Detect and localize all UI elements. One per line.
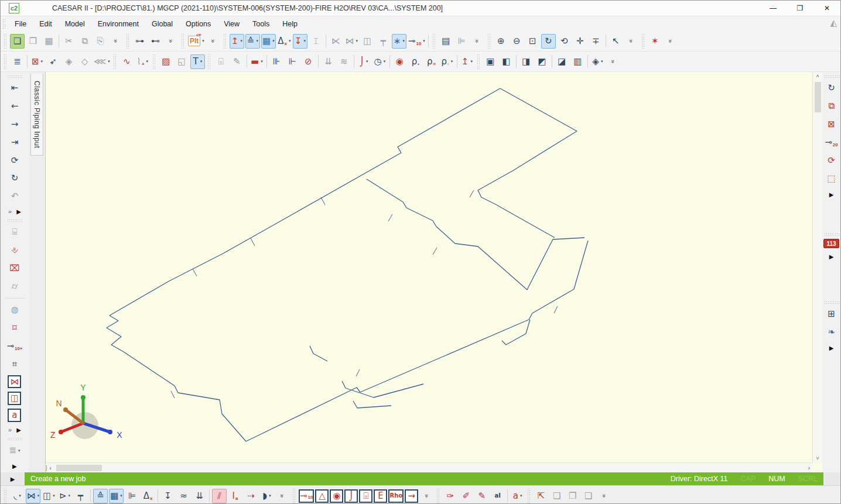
block-delete-button[interactable]: ⊠ xyxy=(824,117,839,132)
node-increment-button[interactable]: ⊸10▾ xyxy=(408,34,426,49)
insert-tee-dropdown-icon[interactable]: ▾ xyxy=(200,59,203,64)
tee-button[interactable]: ┯ xyxy=(376,34,391,49)
render-mode-button[interactable]: ❧ xyxy=(824,325,839,340)
last-element-button[interactable]: ⇥ xyxy=(7,135,22,150)
restore-element-button[interactable]: ⊷ xyxy=(148,34,163,49)
toolbar-drag-handle[interactable] xyxy=(113,54,117,69)
toolbar-drag-handle[interactable] xyxy=(824,75,839,78)
toolbar-drag-handle[interactable] xyxy=(527,488,531,503)
uniform-load-insert-button[interactable]: ⇊ xyxy=(192,489,207,503)
view-iso-button[interactable]: ◈▾ xyxy=(590,54,605,69)
view-overflow-chevron[interactable]: » xyxy=(624,34,639,49)
nozzle-button[interactable]: ≈ xyxy=(176,489,191,503)
previous-element-button[interactable]: ← xyxy=(7,99,22,114)
toolbar-drag-handle[interactable] xyxy=(4,54,8,69)
block-operations-button[interactable]: ⧉ xyxy=(824,99,839,114)
node-increment-dropdown-icon[interactable]: ▾ xyxy=(423,39,425,43)
hotspot-button[interactable]: ✶ xyxy=(648,34,662,49)
structural-steel-button[interactable]: ▨ xyxy=(159,54,173,69)
blocks-expand-button[interactable]: ▶ xyxy=(826,190,837,199)
view-hidden-button[interactable]: ◨ xyxy=(519,54,534,69)
find-node-button[interactable]: ⊸10 xyxy=(299,489,314,503)
node-lengths-button[interactable]: ⊩ xyxy=(285,54,300,69)
displacement-insert-button[interactable]: ▦▾ xyxy=(109,489,124,503)
toolbar-drag-handle[interactable] xyxy=(4,488,8,503)
dynamic-input-button[interactable]: ∿ xyxy=(119,54,134,69)
toolbar-drag-handle[interactable] xyxy=(292,488,296,503)
find-restraint-button[interactable]: ◉ xyxy=(330,489,343,503)
file-overflow-chevron[interactable]: » xyxy=(109,34,124,49)
flange-check-button[interactable]: ⊫ xyxy=(454,34,469,49)
spring-hanger-button[interactable]: ⌇+▾ xyxy=(135,54,150,69)
minimize-button[interactable]: — xyxy=(760,1,787,16)
toolbar-drag-handle[interactable] xyxy=(477,54,481,69)
menu-model[interactable]: Model xyxy=(59,18,91,30)
report-dropdown-icon[interactable]: ▾ xyxy=(18,448,20,453)
anchor-dropdown-icon[interactable]: ▾ xyxy=(240,39,242,43)
hanger-dropdown-icon[interactable]: ▾ xyxy=(303,39,306,43)
valve-fan-dropdown-icon[interactable]: ▾ xyxy=(108,59,110,64)
rotate-view-button[interactable]: ↻ xyxy=(541,34,556,49)
menu-global[interactable]: Global xyxy=(145,18,179,30)
weight-check-button[interactable]: ◈ xyxy=(61,54,76,69)
batch-run-button[interactable]: ➶ xyxy=(46,54,60,69)
error-check-button[interactable]: ⊠▾ xyxy=(30,54,45,69)
valve-assembly-button[interactable]: ⋈▾ xyxy=(344,34,359,49)
insulation-dropdown-icon[interactable]: ▾ xyxy=(261,59,263,64)
wind-wave-button[interactable]: ≋ xyxy=(337,54,351,69)
cut-button[interactable]: ✂ xyxy=(61,34,76,49)
view-solid-button[interactable]: ▣ xyxy=(483,54,498,69)
window-layout-button[interactable]: ⊞ xyxy=(824,307,839,321)
elbow-toggle-button[interactable]: ⇢ xyxy=(244,489,258,503)
annotate-circle-button[interactable]: ✎ xyxy=(474,489,489,503)
menu-view[interactable]: View xyxy=(217,18,246,30)
aux-overflow-chevron[interactable]: » xyxy=(470,34,485,49)
save-button[interactable]: ▦ xyxy=(42,34,56,49)
valve-button[interactable]: ⋉ xyxy=(329,34,343,49)
duplicate-rotate-button[interactable]: ↻ xyxy=(7,172,22,186)
displacement-dropdown-icon[interactable]: ▾ xyxy=(272,39,275,43)
scroll-up-icon[interactable]: ˄ xyxy=(816,72,819,80)
valve-insert-button[interactable]: ⋈▾ xyxy=(26,489,40,503)
find-delta-button[interactable]: △ xyxy=(315,489,329,503)
bend-dropdown-icon[interactable]: ▾ xyxy=(19,493,21,498)
menu-environment[interactable]: Environment xyxy=(91,18,145,30)
restore-button[interactable]: ❐ xyxy=(787,1,813,16)
valve-fan-button[interactable]: ⋘▾ xyxy=(93,54,111,69)
plot-dropdown-icon[interactable]: ▾ xyxy=(202,39,204,43)
select-button[interactable]: ↖ xyxy=(608,34,623,49)
model-canvas[interactable]: YXZN ˄ ˅ | ‹ › xyxy=(45,72,822,472)
toolbar-drag-handle[interactable] xyxy=(824,233,839,236)
find-material-button[interactable]: ⌻ xyxy=(359,489,372,503)
valve-db-button[interactable]: ⋈ xyxy=(8,375,21,389)
history-expand-button[interactable]: ▶ xyxy=(826,252,837,261)
toolbar-drag-handle[interactable] xyxy=(181,33,185,49)
first-element-button[interactable]: ⇤ xyxy=(7,81,22,95)
uniform-load-button[interactable]: ⇊ xyxy=(321,54,336,69)
align-side-button[interactable]: ❐ xyxy=(565,489,580,503)
menu-tools[interactable]: Tools xyxy=(246,18,276,30)
node-sizes-button[interactable]: ⊪ xyxy=(269,54,284,69)
annotate-box-button[interactable]: ✐ xyxy=(459,489,473,503)
node-label-button[interactable]: a▾ xyxy=(510,489,525,503)
error-check-dropdown-icon[interactable]: ▾ xyxy=(41,59,43,64)
toolbar-drag-handle[interactable] xyxy=(223,33,227,49)
restraint-button[interactable]: ≙▾ xyxy=(245,34,260,49)
bend-button[interactable]: ◟▾ xyxy=(10,489,25,503)
expansion-joint-insert-button[interactable]: ◫▾ xyxy=(42,489,56,503)
refractory-density-dropdown-icon[interactable]: ▾ xyxy=(451,59,453,64)
report-expand-button[interactable]: ▶ xyxy=(9,461,20,471)
vertical-scrollbar[interactable]: ˄ ˅ xyxy=(812,72,822,462)
temperature-button[interactable]: ⌡▾ xyxy=(357,54,371,69)
block-copy-button[interactable]: ⬚ xyxy=(824,172,839,186)
toolbar-drag-handle[interactable] xyxy=(824,301,839,304)
measure-button[interactable]: ▤ xyxy=(439,34,453,49)
display-expand-button[interactable]: ▶ xyxy=(826,343,837,352)
toolbar-drag-handle[interactable] xyxy=(7,219,22,222)
menu-help[interactable]: Help xyxy=(276,18,304,30)
find-modulus-button[interactable]: E xyxy=(374,489,387,503)
undo-button[interactable]: ↶ xyxy=(7,189,22,204)
valve-assembly-dropdown-icon[interactable]: ▾ xyxy=(356,39,358,43)
view-translucent-button[interactable]: ◪ xyxy=(555,54,569,69)
node-label-dropdown-icon[interactable]: ▾ xyxy=(520,493,522,498)
